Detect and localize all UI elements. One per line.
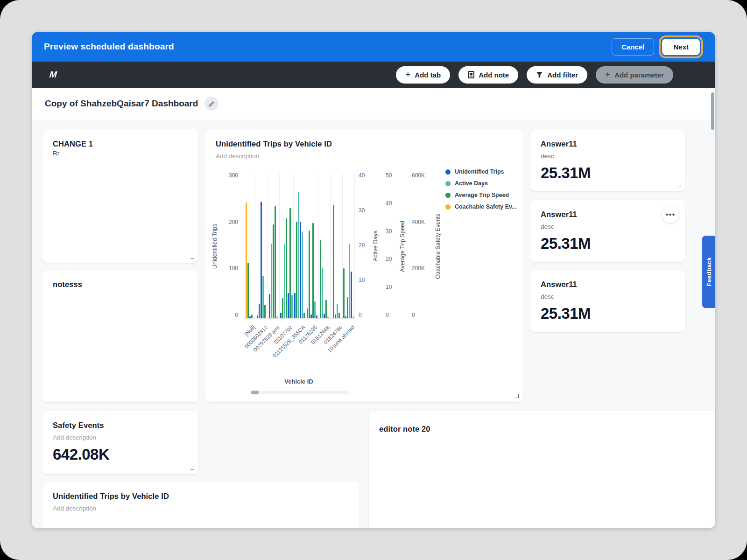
bar <box>335 315 336 318</box>
kpi-value: 642.08K <box>53 446 188 463</box>
tile-description-placeholder[interactable]: Add description <box>53 434 188 441</box>
bar <box>257 315 258 318</box>
add-parameter-button[interactable]: + Add parameter <box>596 66 673 84</box>
legend-item[interactable]: Active Days <box>445 180 516 187</box>
add-tab-button[interactable]: + Add tab <box>396 66 450 84</box>
bar <box>310 315 312 318</box>
tile-subtitle: Rr <box>53 150 188 157</box>
note-icon <box>468 71 474 78</box>
scrollbar-thumb[interactable] <box>251 391 259 394</box>
dashboard-canvas: CHANGE 1 Rr notesss Unidentified Trips b… <box>32 119 715 528</box>
bar <box>291 295 293 318</box>
bar <box>320 240 321 318</box>
bar <box>247 263 249 318</box>
dashboard-title: Copy of ShahzebQaisar7 Dashboard <box>45 98 198 109</box>
next-button[interactable]: Next <box>662 39 700 55</box>
add-filter-button[interactable]: Add filter <box>527 66 587 84</box>
bar <box>309 231 310 318</box>
bar <box>264 305 266 318</box>
tile-title: Answer11 <box>541 210 675 219</box>
bar <box>261 202 262 318</box>
bar <box>259 304 260 318</box>
toolbar-buttons: + Add tab Add note Add filter + <box>396 66 673 84</box>
tile-editor-note[interactable]: editor note 20 <box>369 411 715 528</box>
bar <box>288 293 289 318</box>
bar <box>276 316 278 318</box>
bar <box>324 314 325 318</box>
add-tab-label: Add tab <box>415 71 441 79</box>
more-options-button[interactable]: ••• <box>662 206 679 223</box>
bar <box>338 313 340 318</box>
tile-notesss[interactable]: notesss <box>42 270 198 402</box>
legend-item[interactable]: Unidentified Trips <box>445 168 516 175</box>
tile-change1[interactable]: CHANGE 1 Rr <box>42 129 198 263</box>
resize-handle[interactable] <box>515 394 519 398</box>
add-parameter-label: Add parameter <box>614 71 664 79</box>
kpi-value: 25.31M <box>541 164 675 182</box>
resize-handle[interactable] <box>190 466 194 470</box>
tile-title: Safety Events <box>53 421 188 430</box>
add-note-button[interactable]: Add note <box>458 66 518 84</box>
tile-description-placeholder[interactable]: Add description <box>53 505 349 512</box>
bar <box>303 313 305 318</box>
tile-answer11-3[interactable]: Answer11 desc 25.31M <box>530 270 685 332</box>
bar <box>251 315 253 318</box>
legend-item[interactable]: Coachable Safety Ev... <box>445 203 516 210</box>
legend-label: Coachable Safety Ev... <box>455 203 516 210</box>
pencil-icon <box>209 101 215 107</box>
bar-group <box>255 174 267 318</box>
add-note-label: Add note <box>479 71 509 79</box>
tile-chart[interactable]: Unidentified Trips by Vehicle ID Add des… <box>205 129 523 402</box>
bar <box>298 192 299 318</box>
bar <box>322 268 323 319</box>
bar <box>345 316 346 318</box>
bar-group <box>243 174 255 318</box>
tile-title: Answer11 <box>541 140 675 148</box>
resize-handle[interactable] <box>190 255 194 259</box>
tile-title: notesss <box>53 280 188 289</box>
bar <box>307 308 308 318</box>
legend-label: Average Trip Speed <box>455 192 509 198</box>
left-axis-title: Unidentified Trips <box>211 174 218 319</box>
cancel-button[interactable]: Cancel <box>612 38 654 56</box>
bar <box>296 222 297 318</box>
edit-title-button[interactable] <box>204 97 218 111</box>
add-filter-label: Add filter <box>547 71 578 79</box>
bar <box>280 313 282 318</box>
kpi-value: 25.31M <box>541 235 675 252</box>
tile-answer11-2[interactable]: ••• Answer11 desc 25.31M <box>530 200 685 262</box>
resize-handle[interactable] <box>677 183 681 187</box>
tile-answer11-1[interactable]: Answer11 desc 25.31M <box>530 129 685 191</box>
bar <box>282 298 283 318</box>
tile-chart-2[interactable]: Unidentified Trips by Vehicle ID Add des… <box>42 482 359 528</box>
right-axis-1-label: Average Trip Speed <box>399 174 406 319</box>
chart: Unidentified Trips 3002001000 [Null]0000… <box>205 129 523 402</box>
bar-group <box>342 174 355 318</box>
bar <box>294 293 296 318</box>
bar <box>300 222 301 318</box>
left-axis-ticks: 3002001000 <box>218 174 238 319</box>
plus-icon: + <box>605 70 610 79</box>
tile-title: Unidentified Trips by Vehicle ID <box>53 492 349 501</box>
tile-title: CHANGE 1 <box>53 140 188 148</box>
modal-actions: Cancel Next <box>612 35 703 58</box>
x-axis-labels: [Null]000050281200797828 amr011077020112… <box>243 322 355 373</box>
legend-item[interactable]: Average Trip Speed <box>445 192 516 198</box>
bar <box>351 272 352 318</box>
tile-description: desc <box>541 223 675 230</box>
filter-icon <box>536 71 543 78</box>
bar <box>325 300 327 318</box>
chart-horizontal-scrollbar[interactable] <box>250 391 349 394</box>
bar-group <box>318 174 330 318</box>
tile-safety-events[interactable]: Safety Events Add description 642.08K <box>42 411 198 474</box>
bar <box>333 205 334 318</box>
bar <box>347 297 348 318</box>
right-axis-1-ticks: 50403020100 <box>386 174 400 319</box>
feedback-tab[interactable]: Feedback <box>702 236 715 308</box>
kpi-value: 25.31M <box>541 305 675 322</box>
vertical-scrollbar-thumb[interactable] <box>711 92 714 130</box>
right-axis-2-label: Coachable Safety Events <box>434 174 442 319</box>
editor-toolbar: M + Add tab Add note Add filter <box>32 62 715 88</box>
app-window: Preview scheduled dashboard Cancel Next … <box>32 32 715 528</box>
tile-description: desc <box>541 153 675 160</box>
